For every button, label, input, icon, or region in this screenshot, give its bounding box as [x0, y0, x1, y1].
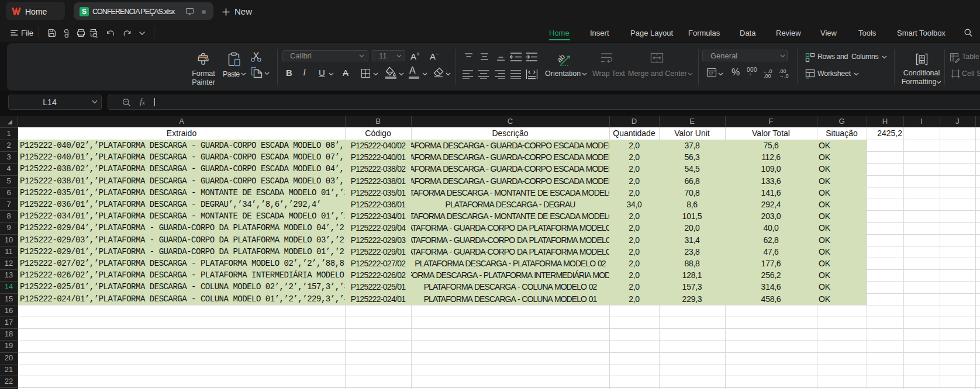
svg-text:12: 12 [709, 72, 713, 76]
svg-text:ab: ab [557, 53, 567, 64]
svg-text:→.0: →.0 [779, 73, 789, 78]
svg-text:.00: .00 [764, 73, 771, 78]
